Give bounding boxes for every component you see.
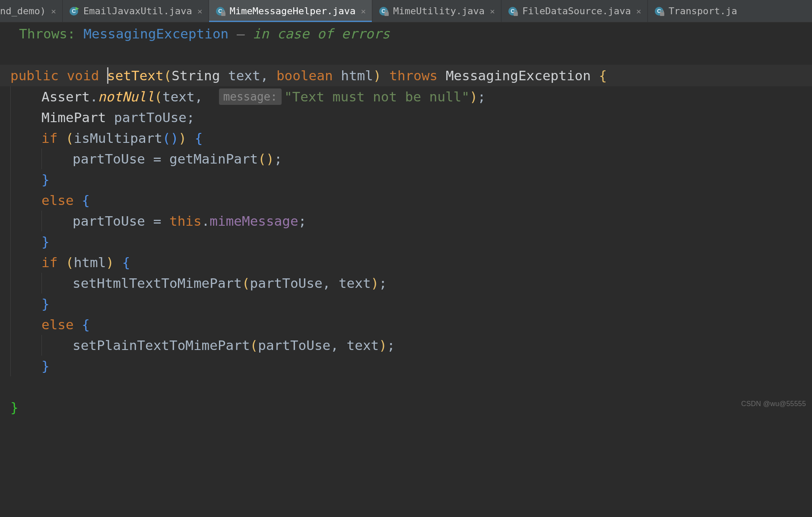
arg: text [162,86,195,107]
param-type: boolean [276,65,333,86]
code-editor[interactable]: Throws: MessagingException – in case of … [0,22,812,418]
exception-type: MessagingException [446,65,591,86]
var-decl: partToUse [114,107,187,128]
code-line: else { [0,314,812,335]
tab-emailjavaxutil[interactable]: C EmailJavaxUtil.java × [63,0,209,22]
kw-if: if [41,252,57,273]
field-ref: mimeMessage [209,211,298,231]
svg-text:C: C [72,8,76,14]
blank-line [0,376,812,397]
code-line: } [0,397,812,418]
class-run-icon: C [69,6,79,16]
method-call: isMultipart [74,128,162,148]
class-icon: C [654,6,664,16]
method-call: setPlainTextToMimePart [73,335,250,356]
javadoc-exception-link[interactable]: MessagingException [83,23,228,44]
kw-public: public [10,65,59,86]
kw-throws: throws [389,65,438,86]
tab-label: FileDataSource.java [522,6,631,16]
var-ref: html [74,252,106,273]
param-name: html [341,65,373,86]
close-icon[interactable]: × [197,6,203,16]
kw-void: void [67,65,99,86]
code-line: } [0,169,812,190]
javadoc-desc: in case of errors [253,23,390,44]
tab-mimemessagehelper[interactable]: C MimeMessageHelper.java × [209,0,372,22]
editor-tabbar: nd_demo) × C EmailJavaxUtil.java × C Mim… [0,0,812,22]
close-icon[interactable]: × [635,6,641,16]
code-line: Assert.notNull(text, message:"Text must … [0,86,812,107]
tab-mimeutility[interactable]: C MimeUtility.java × [372,0,501,22]
javadoc-dash: – [228,23,253,44]
code-line: } [0,231,812,252]
close-icon[interactable]: × [50,6,56,16]
class-icon: C [378,6,389,16]
close-icon[interactable]: × [489,6,495,16]
tab-label: EmailJavaxUtil.java [83,6,192,16]
inlay-hint: message: [219,88,282,105]
class-icon: C [215,6,225,16]
code-line: } [0,356,812,376]
var-ref: partToUse [73,148,145,169]
javadoc-line: Throws: MessagingException – in case of … [0,23,812,44]
tab-label: Transport.ja [669,6,737,16]
arg: partToUse [250,273,323,293]
tab-label: MimeMessageHelper.java [230,6,355,16]
method-call: notNull [98,86,155,107]
method-name: setText [107,65,164,86]
method-signature: public void setText(String text, boolean… [0,65,812,86]
watermark: CSDN @wu@55555 [741,394,806,414]
method-call: setHtmlTextToMimePart [73,273,242,293]
code-line: else { [0,190,812,211]
arg: partToUse [258,335,330,356]
tab-transport[interactable]: C Transport.ja [648,0,737,22]
kw-if: if [41,128,57,148]
kw-else: else [41,190,74,211]
kw-this: this [169,211,202,231]
param-type: String [171,65,220,86]
string-literal: "Text must not be null" [284,86,469,107]
class-ref: Assert [41,86,90,107]
tab-label: nd_demo) [0,6,46,16]
arg: text [347,335,379,356]
code-line: MimePart partToUse; [0,107,812,128]
tab-truncated-left[interactable]: nd_demo) × [0,0,63,22]
blank-line [0,44,812,65]
arg: text [339,273,371,293]
code-line: if (isMultipart()) { [0,128,812,148]
code-line: } [0,293,812,314]
class-icon: C [508,6,518,16]
code-line: setPlainTextToMimePart(partToUse, text); [0,335,812,356]
method-call: getMainPart [169,148,258,169]
close-icon[interactable]: × [360,6,366,16]
param-name: text [228,65,260,86]
tab-filedatasource[interactable]: C FileDataSource.java × [501,0,648,22]
type-ref: MimePart [41,107,106,128]
code-line: partToUse = this.mimeMessage; [0,211,812,231]
var-ref: partToUse [73,211,145,231]
javadoc-throws-label: Throws: [19,23,76,44]
code-line: if (html) { [0,252,812,273]
tab-label: MimeUtility.java [393,6,485,16]
code-line: partToUse = getMainPart(); [0,148,812,169]
code-line: setHtmlTextToMimePart(partToUse, text); [0,273,812,293]
kw-else: else [41,314,74,335]
